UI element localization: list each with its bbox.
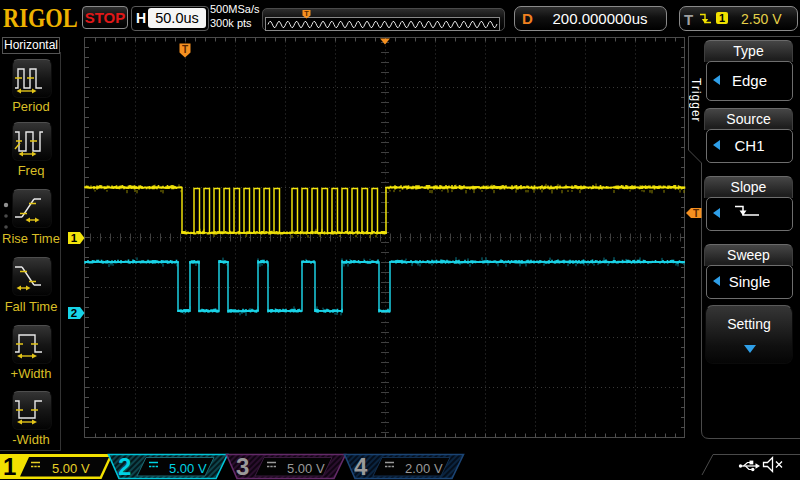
- svg-text:2: 2: [71, 307, 77, 319]
- svg-text:T: T: [693, 208, 699, 219]
- svg-text:T: T: [304, 9, 309, 18]
- svg-text:T: T: [182, 44, 188, 55]
- svg-text:1: 1: [71, 232, 78, 244]
